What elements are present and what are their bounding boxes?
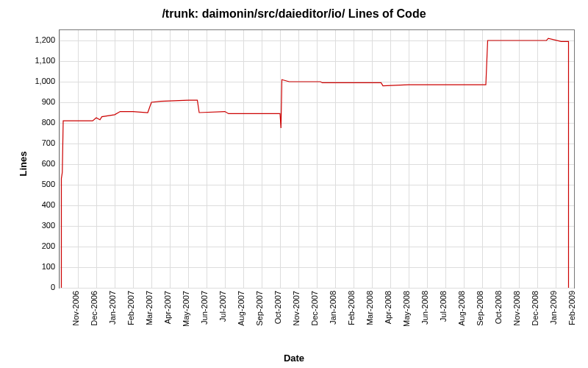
- x-tick: Apr-2007: [163, 291, 172, 324]
- x-tick: Mar-2007: [145, 291, 154, 325]
- x-tick: Sep-2007: [255, 291, 264, 326]
- x-tick: Jul-2008: [439, 291, 448, 322]
- x-tick: Oct-2007: [273, 291, 282, 324]
- x-tick: Jun-2008: [420, 291, 429, 325]
- x-tick: Nov-2006: [71, 291, 80, 326]
- x-tick: Nov-2007: [292, 291, 301, 326]
- y-tick: 600: [18, 159, 55, 168]
- y-tick: 300: [18, 221, 55, 230]
- x-tick: May-2007: [182, 291, 190, 327]
- y-tick: 700: [18, 138, 55, 147]
- x-tick: Dec-2006: [90, 291, 98, 326]
- x-tick: Mar-2008: [365, 291, 374, 325]
- x-axis-label: Date: [0, 353, 588, 364]
- x-tick: Feb-2007: [126, 291, 135, 325]
- line-plot: [60, 30, 574, 288]
- x-tick: Sep-2008: [476, 291, 484, 326]
- x-tick: Jan-2009: [549, 291, 558, 325]
- y-tick: 1,000: [18, 77, 55, 85]
- x-tick: Nov-2008: [512, 291, 521, 326]
- plot-area: [59, 29, 575, 289]
- x-tick: Jan-2008: [329, 291, 337, 325]
- chart-title: /trunk: daimonin/src/daieditor/io/ Lines…: [0, 7, 588, 21]
- x-tick: Feb-2009: [567, 291, 576, 325]
- x-tick: Feb-2008: [347, 291, 356, 325]
- x-tick: Dec-2008: [531, 291, 539, 326]
- x-tick: Aug-2008: [457, 291, 466, 326]
- x-tick: Apr-2008: [384, 291, 392, 324]
- y-tick: 0: [18, 283, 55, 291]
- y-tick: 400: [18, 200, 55, 209]
- chart-container: /trunk: daimonin/src/daieditor/io/ Lines…: [0, 0, 588, 368]
- x-tick: Aug-2007: [237, 291, 245, 326]
- x-tick: Jun-2007: [200, 291, 209, 325]
- loc-series-line: [62, 38, 569, 288]
- y-tick: 1,200: [18, 35, 55, 44]
- x-tick: Dec-2007: [310, 291, 319, 326]
- y-tick: 800: [18, 118, 55, 127]
- y-tick: 500: [18, 180, 55, 188]
- y-tick: 900: [18, 97, 55, 106]
- y-tick: 100: [18, 262, 55, 271]
- x-tick: May-2008: [402, 291, 411, 327]
- x-tick: Jul-2007: [218, 291, 227, 322]
- x-tick: Oct-2008: [494, 291, 503, 324]
- x-tick: Jan-2007: [108, 291, 117, 325]
- y-tick: 200: [18, 241, 55, 250]
- y-tick: 1,100: [18, 56, 55, 65]
